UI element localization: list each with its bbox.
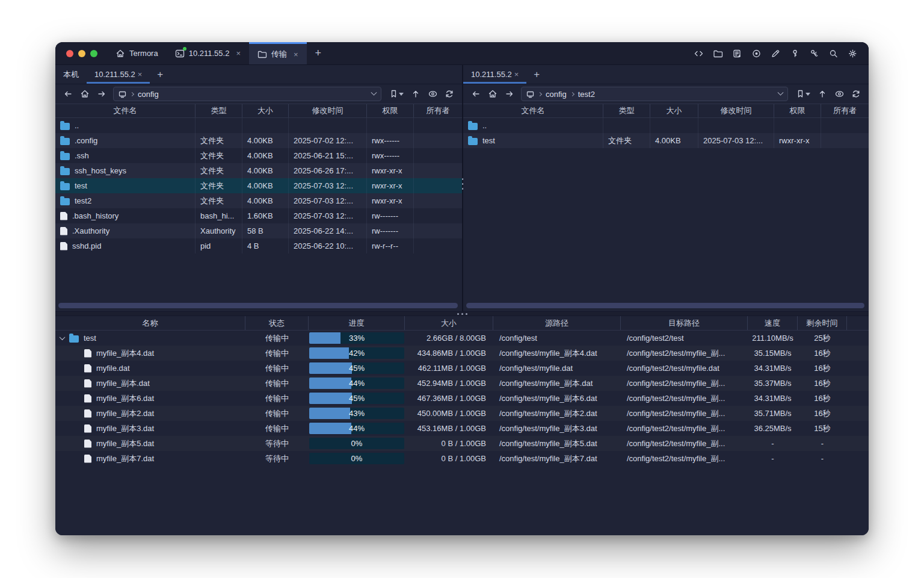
key-icon[interactable]	[790, 49, 800, 58]
column-header[interactable]: 权限	[774, 104, 821, 117]
notes-icon[interactable]	[732, 49, 742, 58]
tab-local[interactable]: 本机	[55, 65, 87, 84]
column-header[interactable]: 类型	[603, 104, 650, 117]
close-tab-icon[interactable]: ×	[138, 70, 143, 79]
home-icon[interactable]	[77, 87, 93, 101]
new-session-tab-button[interactable]: +	[526, 65, 547, 84]
file-row[interactable]: sshd.pid pid 4 B 2025-06-22 10:... rw-r-…	[55, 238, 462, 253]
column-header[interactable]: 剩余时间	[798, 316, 847, 330]
tab-remote-session[interactable]: 10.211.55.2 ×	[463, 65, 526, 84]
file-row[interactable]: ..	[55, 118, 462, 133]
keychain-icon[interactable]	[809, 49, 819, 58]
code-icon[interactable]	[694, 49, 704, 58]
file-mtime	[289, 118, 367, 133]
forward-icon[interactable]	[94, 87, 109, 101]
transfer-row[interactable]: myfile.dat 传输中 45% 462.11MB / 1.00GB /co…	[55, 361, 869, 376]
close-tab-icon[interactable]: ×	[236, 49, 241, 58]
column-header[interactable]: 所有者	[414, 104, 462, 117]
back-icon[interactable]	[468, 87, 484, 101]
transfer-splitter[interactable]	[55, 311, 869, 316]
transfer-row[interactable]: test 传输中 33% 2.66GB / 8.00GB /config/tes…	[55, 331, 869, 346]
column-header[interactable]: 权限	[367, 104, 414, 117]
back-icon[interactable]	[60, 87, 76, 101]
folder-icon[interactable]	[713, 49, 723, 58]
column-header[interactable]: 修改时间	[698, 104, 774, 117]
target-path: /config/test2/test/myfile_副...	[621, 451, 748, 466]
transfer-row[interactable]: myfile_副本5.dat 等待中 0% 0 B / 1.00GB /conf…	[55, 436, 869, 451]
refresh-icon[interactable]	[848, 87, 864, 101]
column-header[interactable]: 文件名	[463, 104, 603, 117]
transfer-row[interactable]: myfile_副本4.dat 传输中 42% 434.86MB / 1.00GB…	[55, 346, 869, 361]
close-tab-icon[interactable]: ×	[514, 70, 519, 79]
new-tab-button[interactable]: +	[307, 42, 330, 64]
transfer-row[interactable]: myfile_副本3.dat 传输中 44% 453.16MB / 1.00GB…	[55, 421, 869, 436]
home-icon[interactable]	[485, 87, 500, 101]
tab-session[interactable]: 10.211.55.2 ×	[167, 42, 249, 64]
forward-icon[interactable]	[502, 87, 517, 101]
file-row[interactable]: test2 文件夹 4.00KB 2025-07-03 12:... rwxr-…	[55, 193, 462, 208]
column-header[interactable]: 进度	[309, 316, 405, 330]
upload-icon[interactable]	[815, 87, 830, 101]
zoom-window-button[interactable]	[90, 50, 97, 57]
column-header[interactable]: 大小	[650, 104, 698, 117]
column-header[interactable]: 类型	[196, 104, 242, 117]
close-window-button[interactable]	[66, 50, 73, 57]
pencil-icon[interactable]	[771, 49, 781, 58]
file-row[interactable]: ..	[463, 118, 869, 133]
show-hidden-eye-icon[interactable]	[831, 87, 847, 101]
file-type: pid	[196, 238, 242, 253]
column-header[interactable]: 速度	[748, 316, 798, 330]
chevron-down-icon[interactable]	[778, 89, 784, 95]
source-path: /config/test/myfile_副本7.dat	[493, 451, 621, 466]
breadcrumb-segment[interactable]: test2	[578, 90, 595, 99]
breadcrumb-segment[interactable]: config	[138, 90, 159, 99]
show-hidden-eye-icon[interactable]	[425, 87, 440, 101]
transfer-row[interactable]: myfile_副本.dat 传输中 44% 452.94MB / 1.00GB …	[55, 376, 869, 391]
tab-transfer[interactable]: 传输 ×	[249, 42, 307, 64]
file-row[interactable]: ssh_host_keys 文件夹 4.00KB 2025-06-26 17:.…	[55, 163, 462, 178]
file-row[interactable]: .Xauthority Xauthority 58 B 2025-06-22 1…	[55, 223, 462, 238]
horizontal-scrollbar[interactable]	[58, 303, 458, 308]
tab-remote-session[interactable]: 10.211.55.2 ×	[87, 65, 150, 84]
app-home-tab[interactable]: Termora	[107, 42, 167, 64]
transfer-row[interactable]: myfile_副本7.dat 等待中 0% 0 B / 1.00GB /conf…	[55, 451, 869, 466]
right-breadcrumb[interactable]: config test2	[521, 87, 788, 101]
new-session-tab-button[interactable]: +	[150, 65, 170, 84]
column-header[interactable]: 修改时间	[289, 104, 367, 117]
chevron-down-icon[interactable]	[371, 89, 377, 95]
file-row[interactable]: .ssh 文件夹 4.00KB 2025-06-21 15:... rwx---…	[55, 148, 462, 163]
breadcrumb-segment[interactable]: config	[546, 90, 567, 99]
upload-icon[interactable]	[408, 87, 424, 101]
refresh-icon[interactable]	[442, 87, 457, 101]
column-header[interactable]: 名称	[55, 316, 245, 330]
transfer-speed: 36.25MB/s	[748, 421, 798, 436]
minimize-window-button[interactable]	[78, 50, 85, 57]
column-header[interactable]: 目标路径	[621, 316, 748, 330]
column-header[interactable]: 文件名	[55, 104, 196, 117]
column-header[interactable]: 所有者	[821, 104, 869, 117]
file-type-icon	[60, 227, 67, 235]
bookmark-icon[interactable]	[793, 87, 813, 101]
file-row[interactable]: .config 文件夹 4.00KB 2025-07-02 12:... rwx…	[55, 133, 462, 148]
file-row[interactable]: test 文件夹 4.00KB 2025-07-03 12:... rwxr-x…	[55, 178, 462, 193]
column-header[interactable]: 状态	[245, 316, 309, 330]
horizontal-scrollbar[interactable]	[466, 303, 864, 308]
close-tab-icon[interactable]: ×	[294, 50, 298, 59]
column-header[interactable]: 大小	[405, 316, 493, 330]
bookmark-icon[interactable]	[386, 87, 407, 101]
file-size: 4.00KB	[242, 148, 289, 163]
expand-chevron-icon[interactable]	[60, 334, 66, 340]
settings-gear-icon[interactable]	[848, 49, 858, 58]
transfer-row[interactable]: myfile_副本6.dat 传输中 45% 467.36MB / 1.00GB…	[55, 391, 869, 406]
column-header[interactable]: 源路径	[493, 316, 621, 330]
file-mtime: 2025-07-03 12:...	[289, 193, 367, 208]
transfer-row[interactable]: myfile_副本2.dat 传输中 43% 450.00MB / 1.00GB…	[55, 406, 869, 421]
file-type: Xauthority	[196, 223, 242, 238]
search-icon[interactable]	[828, 49, 839, 58]
record-icon[interactable]	[751, 49, 762, 58]
breadcrumb-separator-icon	[538, 92, 542, 96]
left-breadcrumb[interactable]: config	[113, 87, 381, 101]
file-row[interactable]: .bash_history bash_hi... 1.60KB 2025-07-…	[55, 208, 462, 223]
column-header[interactable]: 大小	[242, 104, 289, 117]
file-row[interactable]: test 文件夹 4.00KB 2025-07-03 12:... rwxr-x…	[463, 133, 869, 148]
